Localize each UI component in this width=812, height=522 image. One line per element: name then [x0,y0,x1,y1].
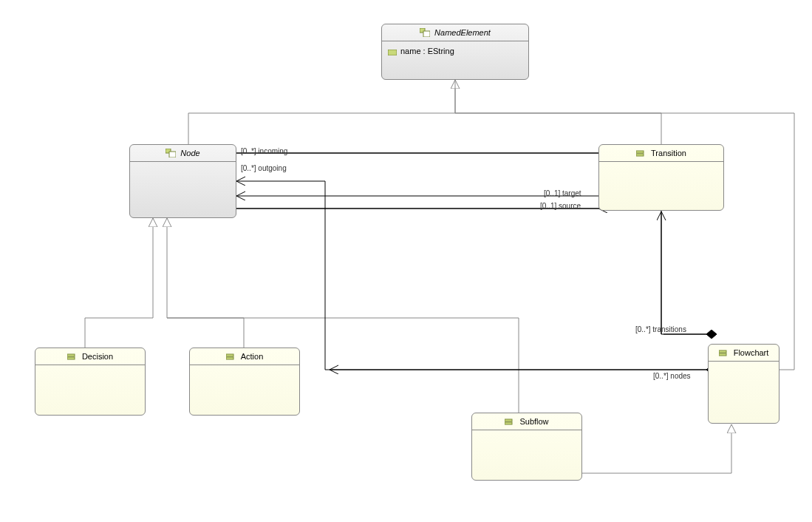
svg-rect-1 [423,31,430,37]
class-body [709,362,779,376]
class-header: Transition [599,145,723,162]
class-body: name : EString [382,41,528,61]
label-outgoing: [0..*] outgoing [241,164,287,172]
class-node[interactable]: Node [129,144,236,218]
class-body [35,365,145,380]
eclass-icon [636,149,646,157]
svg-rect-8 [67,357,75,359]
class-title: Node [180,149,199,157]
attr-text: name : EString [400,47,454,55]
eclass-icon [719,348,729,357]
eclass-icon [166,149,176,157]
class-header: Flowchart [709,345,779,362]
svg-rect-10 [226,357,233,359]
class-header: NamedElement [382,24,528,41]
class-title: Subflow [519,417,548,426]
svg-rect-14 [719,353,726,356]
svg-rect-9 [226,354,233,356]
label-target: [0..1] target [544,189,581,197]
attribute-row: name : EString [388,45,522,57]
svg-rect-4 [169,152,176,157]
class-header: Node [130,145,236,162]
svg-rect-7 [67,354,75,356]
eclass-icon [226,352,236,361]
label-incoming: [0..*] incoming [241,147,287,155]
class-header: Decision [35,348,145,365]
class-flowchart[interactable]: Flowchart [708,344,779,424]
class-body [599,162,723,177]
class-body [190,365,299,380]
svg-rect-11 [505,419,512,421]
class-title: NamedElement [434,28,491,37]
class-title: Decision [82,352,113,361]
eclass-icon [505,417,515,426]
class-named-element[interactable]: NamedElement name : EString [381,24,529,80]
class-header: Action [190,348,299,365]
class-subflow[interactable]: Subflow [471,413,582,481]
eclass-icon [67,352,78,361]
svg-rect-2 [388,50,397,55]
class-transition[interactable]: Transition [598,144,724,211]
svg-rect-5 [636,151,644,153]
class-action[interactable]: Action [189,348,300,416]
label-nodes: [0..*] nodes [653,372,691,380]
class-title: Flowchart [734,348,769,357]
label-transitions: [0..*] transitions [635,325,686,333]
eclass-icon [420,28,430,37]
class-title: Action [241,352,264,361]
class-header: Subflow [472,413,581,430]
svg-rect-12 [505,422,512,424]
class-decision[interactable]: Decision [35,348,146,416]
attr-icon [388,48,397,54]
class-title: Transition [651,149,686,157]
svg-rect-13 [719,350,726,353]
class-body [130,162,236,177]
label-source: [0..1] source [540,202,581,210]
svg-rect-6 [636,154,644,156]
class-body [472,430,581,445]
